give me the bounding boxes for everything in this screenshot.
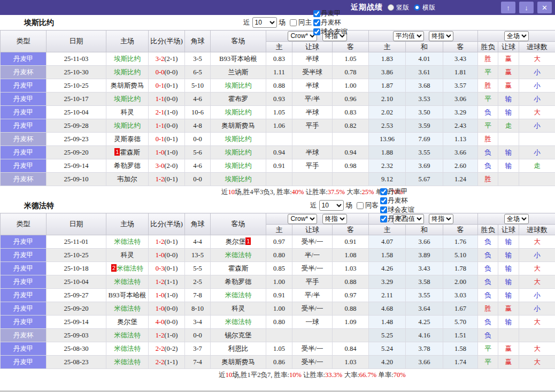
euro-average-select[interactable]: 平均值 <box>393 31 424 41</box>
league-filter[interactable]: 球会友谊 <box>379 205 414 214</box>
match-row: 丹麦甲 25-10-18 2米德法特 0-3(0-1) 5-5 霍森斯 0.85… <box>1 262 555 275</box>
home-team-cell: 米德法特 <box>106 329 149 342</box>
results-table: 类型 日期 主场 比分(半场) 角球 客场 Crow* 终指 平均值 终指 <box>0 213 555 369</box>
away-team-cell: 霍布罗 <box>211 93 266 106</box>
near-label: 近 <box>243 18 250 27</box>
fulltime-score: 1-2 <box>156 332 165 339</box>
score-cell: 1-2(0-1) <box>149 235 185 249</box>
corners-cell: 3-5 <box>185 52 211 66</box>
match-row: 丹麦甲 25-09-20 米德法特 1-0(0-0) 8-10 科灵 1.00 … <box>1 302 555 316</box>
euro-away-odds-cell: 1.74 <box>443 356 478 369</box>
section-filters: 近 10 场 同主 丹麦甲丹麦杯球会友谊 <box>243 15 348 30</box>
date-cell: 25-09-20 <box>47 146 106 159</box>
col-away: 客场 <box>211 30 266 52</box>
move-up-button[interactable]: ↑ <box>501 2 515 13</box>
score-cell: 1-0(0-0) <box>149 302 185 316</box>
halftime-score: (0-0) <box>164 318 178 326</box>
halftime-score: (2-0) <box>164 162 178 170</box>
corners-cell: 5-10 <box>185 79 211 93</box>
col-type: 类型 <box>1 213 47 235</box>
league-type-cell: 丹麦甲 <box>1 275 47 289</box>
asian-away-odds-cell: 1.03 <box>333 356 369 369</box>
euro-draw-odds-cell: 3.66 <box>406 235 443 249</box>
away-team-cell: 希勒罗德 <box>211 275 266 289</box>
team-name: 米德法特 <box>225 291 252 299</box>
corners-cell: 5-5 <box>185 262 211 275</box>
halftime-score: (0-1) <box>164 175 178 183</box>
league-filter-checkbox[interactable] <box>313 28 320 35</box>
euro-draw-odds-cell: 4.25 <box>406 316 443 329</box>
asian-home-odds-cell: 1.06 <box>266 119 292 133</box>
same-venue-checkbox[interactable] <box>290 19 297 26</box>
close-button[interactable]: ✕ <box>537 2 552 13</box>
league-type-cell: 丹麦甲 <box>1 159 47 173</box>
league-filter-checkbox[interactable] <box>380 216 387 222</box>
scope-select[interactable]: 全场 <box>504 31 529 41</box>
team-name: 埃斯比约 <box>114 122 141 129</box>
handicap-result-cell: 赢 <box>498 66 519 79</box>
league-filter-checkbox[interactable] <box>313 19 320 26</box>
asian-away-odds-cell: 0.88 <box>333 275 369 289</box>
handicap-result-cell: 输 <box>498 159 519 173</box>
goals-over-under-cell: 小 <box>519 93 555 106</box>
league-type-cell: 丹麦甲 <box>1 235 47 249</box>
date-cell: 25-10-18 <box>47 262 106 275</box>
radio-unchecked-icon[interactable] <box>388 4 394 11</box>
fulltime-score: 1-0 <box>156 149 165 156</box>
euro-away-odds-cell: 5.70 <box>443 316 478 329</box>
bookmaker-select[interactable]: Crow* <box>288 214 317 224</box>
score-cell: 0-1(0-1) <box>149 133 185 146</box>
handicap-result-cell: 输 <box>498 316 519 329</box>
goals-over-under-cell: 大 <box>519 342 555 356</box>
team-name: 科灵 <box>121 109 134 116</box>
result-group-header: 全场 <box>478 30 555 42</box>
corners-cell: 3-7 <box>185 342 211 356</box>
euro-draw-odds-cell: 3.68 <box>406 79 443 93</box>
result-cell: 平 <box>478 66 498 79</box>
goals-over-under-cell <box>519 173 555 186</box>
subcol-euro-home: 主 <box>369 225 406 235</box>
league-filter-checkbox[interactable] <box>380 206 387 213</box>
halftime-score: (0-2) <box>164 345 178 352</box>
euro-away-odds-cell: 3.57 <box>443 79 478 93</box>
move-down-button[interactable]: ↓ <box>519 2 534 13</box>
league-filter[interactable]: 丹麦杯 <box>312 18 348 27</box>
euro-final-index-select[interactable]: 终指 <box>429 214 453 224</box>
near-count-select[interactable]: 10 <box>319 200 344 211</box>
league-filter[interactable]: 丹麦甲 <box>379 187 414 196</box>
asian-final-index-select[interactable]: 终指 <box>322 214 347 224</box>
near-count-select[interactable]: 10 <box>252 17 277 28</box>
league-filter[interactable]: 球会友谊 <box>312 27 348 36</box>
same-venue-checkbox[interactable] <box>357 202 364 209</box>
away-team-cell: 米德法特 <box>211 289 266 302</box>
red-card-badge: 2 <box>111 264 117 272</box>
subcol-result: 胜负 <box>478 42 498 52</box>
league-type-cell: 丹麦甲 <box>1 249 47 262</box>
handicap-cell: 半/一 <box>292 249 333 262</box>
euro-home-odds-cell: 1.83 <box>369 52 406 66</box>
handicap-cell: 平/半 <box>292 289 333 302</box>
asian-away-odds-cell: 0.84 <box>333 342 369 356</box>
layout-option-vertical[interactable]: 竖版 <box>388 3 409 12</box>
team-name: 米德法特 <box>114 358 141 366</box>
team-name: 韦加尔 <box>117 175 137 183</box>
radio-checked-icon[interactable] <box>414 4 420 11</box>
league-type-cell: 丹麦甲 <box>1 262 47 275</box>
layout-option-horizontal[interactable]: 横版 <box>414 3 435 12</box>
euro-final-index-select[interactable]: 终指 <box>429 31 453 41</box>
league-filter-checkbox[interactable] <box>380 188 387 195</box>
same-venue-label: 同客 <box>365 201 379 210</box>
league-filter[interactable]: 丹麦甲 <box>312 9 348 18</box>
halftime-score: (1-1) <box>164 278 178 286</box>
league-filter-checkbox[interactable] <box>380 197 387 204</box>
team-name: 米德法特 <box>114 305 141 312</box>
score-cell: 1-1(0-0) <box>149 93 185 106</box>
euro-home-odds-cell: 4.20 <box>369 356 406 369</box>
league-filter[interactable]: 丹麦杯 <box>379 196 414 205</box>
league-filter[interactable]: 丹麦乙 <box>379 214 414 224</box>
euro-draw-odds-cell: 3.50 <box>406 106 443 119</box>
date-cell: 25-10-04 <box>47 106 106 119</box>
league-filter-checkbox[interactable] <box>313 10 320 17</box>
score-cell: 1-2(0-1) <box>149 173 185 186</box>
scope-select[interactable]: 全场 <box>504 214 529 224</box>
